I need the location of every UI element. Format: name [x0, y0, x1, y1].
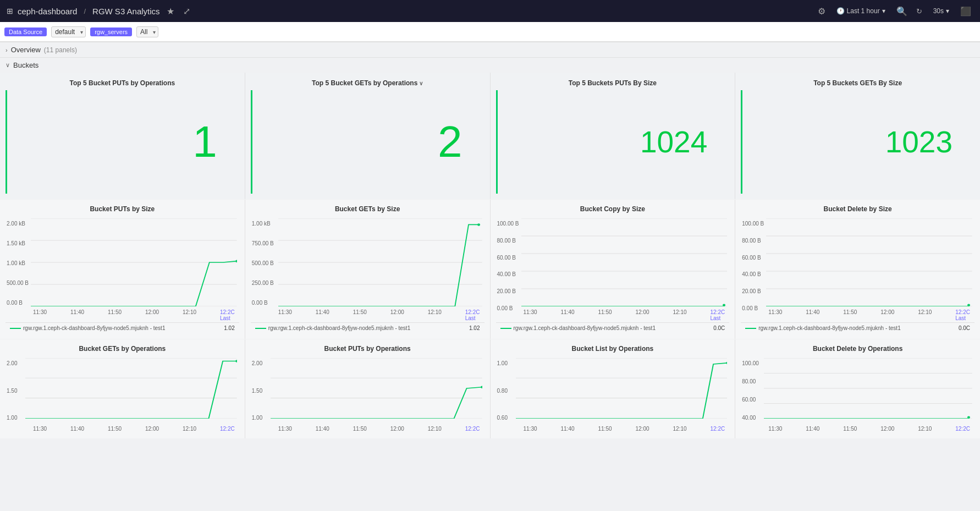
settings-button[interactable]: ⚙ — [816, 4, 828, 19]
chart-panels-grid-1: Bucket PUTs by Size 2.00 kB 1.50 kB 1.00… — [0, 200, 980, 339]
all-select[interactable]: All — [136, 26, 158, 37]
svg-point-30 — [235, 360, 237, 362]
buckets-section-header[interactable]: ∨ Buckets — [0, 57, 980, 73]
panel-top5-puts-size: Top 5 Buckets PUTs By Size 1024 — [491, 73, 735, 199]
time-range-button[interactable]: 🕐 Last 1 hour ▾ — [832, 5, 890, 17]
svg-point-18 — [723, 304, 725, 306]
legend-text-puts-size: rgw.rgw.1.ceph-ck-dashboard-8yfjyw-node5… — [23, 325, 222, 331]
x-axis-puts-ops: 11:30 11:40 11:50 12:00 12:10 12:2C — [251, 425, 485, 433]
legend-text-gets-size: rgw.rgw.1.ceph-ck-dashboard-8yfjyw-node5… — [268, 325, 467, 331]
interval-label: 30s — [933, 7, 944, 15]
y-axis-list-ops: 1.00 0.80 0.60 — [497, 360, 508, 421]
panel-puts-ops-chart: Bucket PUTs by Operations 2.00 1.50 1.00… — [245, 339, 490, 438]
big-panels-grid: Top 5 Bucket PUTs by Operations 1 Top 5 … — [0, 73, 980, 199]
chart-svg-puts-ops — [271, 358, 482, 419]
panel-title-puts-ops: Top 5 Bucket PUTs by Operations — [5, 78, 239, 87]
overview-section-header[interactable]: › Overview (11 panels) — [0, 42, 980, 57]
panel-title-gets-size: Top 5 Buckets GETs By Size — [741, 78, 975, 87]
y-axis-gets-ops: 2.00 1.50 1.00 — [7, 360, 17, 421]
big-number-puts-content: 1 — [5, 90, 239, 194]
chart-title-puts-size: Bucket PUTs by Size — [5, 205, 239, 213]
x-axis-delete-size: 11:30 11:40 11:50 12:00 12:10 12:2CLast — [741, 308, 975, 322]
grid-icon: ⊞ — [7, 7, 13, 15]
panel-top5-gets-size: Top 5 Buckets GETs By Size 1023 — [735, 73, 980, 199]
all-select-wrap[interactable]: All — [136, 26, 158, 37]
x-axis-delete-ops: 11:30 11:40 11:50 12:00 12:10 12:2C — [741, 425, 975, 433]
panel-list-ops-chart: Bucket List by Operations 1.00 0.80 0.60… — [491, 339, 735, 438]
big-number-gets-size-value: 1023 — [885, 127, 953, 157]
legend-value-delete-size: 0.0C — [959, 325, 970, 331]
big-number-puts-size-value: 1024 — [640, 127, 707, 157]
legend-value-copy-size: 0.0C — [713, 325, 725, 331]
star-button[interactable]: ★ — [164, 4, 177, 19]
panel-puts-size-chart: Bucket PUTs by Size 2.00 kB 1.50 kB 1.00… — [0, 200, 245, 339]
overview-title: Overview — [11, 46, 41, 54]
legend-text-copy-size: rgw.rgw.1.ceph-ck-dashboard-8yfjyw-node5… — [514, 325, 712, 331]
big-number-gets-size-content: 1023 — [741, 90, 975, 194]
clock-icon: 🕐 — [836, 7, 845, 15]
x-axis-list-ops: 11:30 11:40 11:50 12:00 12:10 12:2C — [496, 425, 730, 433]
y-axis-copy-size: 100.00 B 80.00 B 60.00 B 40.00 B 20.00 B… — [497, 221, 519, 311]
panel-title-gets-ops: Top 5 Bucket GETs by Operations — [251, 78, 485, 87]
big-number-puts-value: 1 — [192, 120, 217, 164]
overview-toggle-icon: › — [5, 47, 8, 53]
chart-svg-list-ops — [516, 358, 728, 419]
chart-svg-delete-ops — [764, 358, 972, 419]
chart-legend-delete-size: rgw.rgw.1.ceph-ck-dashboard-8yfjyw-node5… — [741, 322, 975, 333]
svg-point-46 — [967, 416, 970, 419]
datasource-select[interactable]: default — [51, 26, 86, 37]
legend-value-gets-size: 1.02 — [469, 325, 480, 331]
chart-title-gets-size: Bucket GETs by Size — [251, 205, 485, 213]
chart-svg-copy-size — [521, 218, 728, 306]
chart-legend-gets-size: rgw.rgw.1.ceph-ck-dashboard-8yfjyw-node5… — [251, 322, 485, 333]
panel-delete-size-chart: Bucket Delete by Size 100.00 B 80.00 B 6… — [735, 200, 980, 339]
legend-line-icon — [745, 328, 756, 329]
chart-title-gets-ops: Bucket GETs by Operations — [5, 345, 239, 353]
y-axis-delete-size: 100.00 B 80.00 B 60.00 B 40.00 B 20.00 B… — [742, 221, 764, 311]
buckets-toggle-icon: ∨ — [5, 62, 10, 69]
chart-svg-gets-ops — [25, 358, 237, 419]
rgw-servers-tag[interactable]: rgw_servers — [90, 28, 132, 36]
breadcrumb-separator: / — [84, 7, 86, 15]
refresh-button[interactable]: ↻ — [914, 5, 924, 18]
x-axis-copy-size: 11:30 11:40 11:50 12:00 12:10 12:2CLast — [496, 308, 730, 322]
big-number-puts-size-content: 1024 — [496, 90, 730, 194]
svg-point-5 — [235, 260, 236, 262]
display-button[interactable]: ⬛ — [958, 4, 973, 19]
chart-title-list-ops: Bucket List by Operations — [496, 345, 730, 353]
interval-chevron: ▾ — [946, 7, 949, 15]
zoom-button[interactable]: 🔍 — [894, 4, 910, 19]
header-left: ⊞ ceph-dashboard / RGW S3 Analytics ★ ⤢ — [7, 4, 192, 19]
svg-point-35 — [481, 386, 482, 388]
toolbar: Data Source default rgw_servers All — [0, 22, 980, 42]
datasource-select-wrap[interactable]: default — [51, 26, 86, 37]
overview-badge: (11 panels) — [44, 46, 77, 54]
panel-gets-size-chart: Bucket GETs by Size 1.00 kB 750.00 B 500… — [245, 200, 490, 339]
share-button[interactable]: ⤢ — [181, 4, 192, 19]
big-number-gets-value: 2 — [438, 120, 463, 164]
breadcrumb-page: RGW S3 Analytics — [92, 7, 160, 16]
header-right: ⚙ 🕐 Last 1 hour ▾ 🔍 ↻ 30s ▾ ⬛ — [816, 4, 973, 19]
panel-top5-puts-ops: Top 5 Bucket PUTs by Operations 1 — [0, 73, 245, 199]
datasource-label: Data Source — [4, 28, 47, 36]
chart-title-copy-size: Bucket Copy by Size — [496, 205, 730, 213]
y-axis-gets-size: 1.00 kB 750.00 B 500.00 B 250.00 B 0.00 … — [252, 221, 274, 306]
chart-svg-puts-size — [31, 218, 237, 306]
legend-value-puts-size: 1.02 — [224, 325, 234, 331]
panel-copy-size-chart: Bucket Copy by Size 100.00 B 80.00 B 60.… — [491, 200, 735, 339]
x-axis-gets-ops: 11:30 11:40 11:50 12:00 12:10 12:2C — [5, 425, 239, 433]
y-axis-delete-ops: 100.00 80.00 60.00 40.00 — [742, 360, 759, 421]
svg-point-11 — [477, 223, 480, 226]
panel-top5-gets-ops: Top 5 Bucket GETs by Operations 2 — [245, 73, 490, 199]
y-axis-puts-ops: 2.00 1.50 1.00 — [252, 360, 262, 421]
chart-svg-delete-size — [766, 218, 972, 306]
top-header: ⊞ ceph-dashboard / RGW S3 Analytics ★ ⤢ … — [0, 0, 980, 22]
interval-button[interactable]: 30s ▾ — [929, 5, 954, 17]
panel-delete-ops-chart: Bucket Delete by Operations 100.00 80.00… — [735, 339, 980, 438]
time-range-label: Last 1 hour — [847, 7, 880, 15]
chart-svg-gets-size — [278, 218, 482, 306]
chart-title-delete-size: Bucket Delete by Size — [741, 205, 975, 213]
breadcrumb-app[interactable]: ceph-dashboard — [18, 7, 77, 16]
svg-point-40 — [726, 362, 728, 364]
chevron-down-icon: ▾ — [882, 7, 885, 15]
